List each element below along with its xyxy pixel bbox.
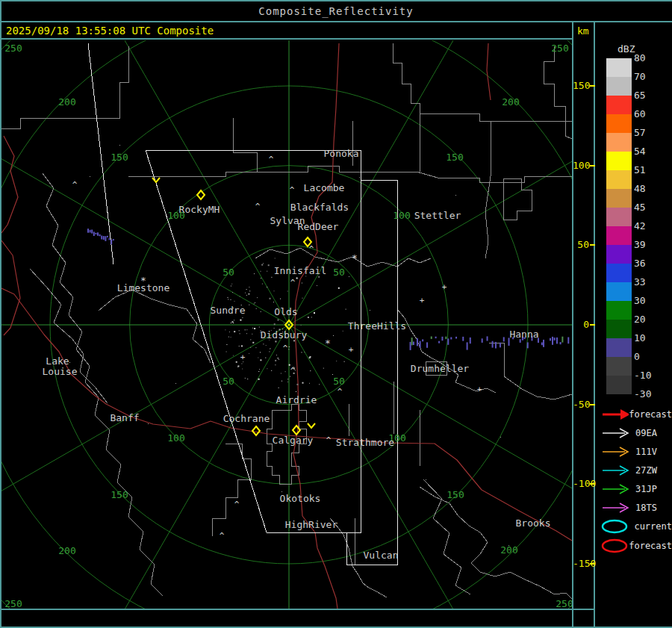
clutter-dot (240, 333, 240, 334)
clutter-dot (285, 371, 286, 372)
clutter-dot (277, 358, 279, 359)
colorbar-swatch (606, 170, 632, 189)
ellipse-shape (603, 540, 626, 552)
echo-dash (101, 236, 102, 240)
side-panel: dBZ 807065605754514845423936333020100-10… (595, 22, 672, 609)
echo-dash (503, 337, 505, 341)
plus-symbol: + (477, 385, 482, 394)
city-label: Banff (110, 412, 139, 423)
clutter-dot (254, 303, 255, 304)
colorbar-swatch (606, 96, 632, 114)
clutter-dot (263, 343, 264, 344)
clutter-dot (336, 361, 337, 361)
city-label: Louise (43, 366, 78, 377)
echo-dash (90, 230, 91, 233)
echo-dash (561, 337, 563, 343)
clutter-dot (332, 374, 333, 375)
clutter-dot (225, 329, 225, 330)
city-label: Drumheller (411, 363, 469, 374)
clutter-dot (249, 287, 249, 287)
clutter-dot (302, 352, 302, 352)
legend-arrow-icon (598, 481, 635, 497)
echo-dash (417, 338, 418, 346)
echo-dash (109, 238, 111, 240)
clutter-dot (302, 298, 303, 299)
colorbar-swatch (606, 357, 632, 376)
echo-dash (482, 338, 483, 343)
ring-distance-label: 250 (556, 598, 572, 609)
clutter-dot (455, 195, 456, 196)
clutter-dot (279, 388, 279, 388)
clutter-dot (262, 284, 263, 285)
colorbar-swatch (606, 245, 632, 264)
clutter-dot (252, 342, 254, 343)
clutter-dot (229, 332, 230, 332)
clutter-dot (343, 331, 343, 332)
colorbar-value-label: 57 (634, 127, 667, 139)
clutter-dot (281, 373, 281, 374)
clutter-dot (237, 365, 239, 367)
echo-dash (435, 337, 437, 338)
legend-item: 111V (598, 442, 672, 461)
echo-dash (87, 228, 89, 233)
clutter-dot (274, 328, 275, 329)
clutter-dot (426, 479, 426, 480)
city-label: Cochrane (223, 413, 270, 424)
colorbar-value-label: 39 (634, 239, 667, 251)
echo-dash (492, 341, 494, 348)
ring-distance-label: 150 (111, 489, 128, 500)
clutter-dot (265, 358, 266, 358)
colorbar-value-label: 10 (634, 332, 667, 344)
ring-distance-label: 50 (223, 376, 234, 387)
colorbar-title: dBZ (617, 43, 635, 55)
clutter-dot (239, 346, 240, 346)
city-label: Sundre (211, 305, 246, 316)
clutter-dot (318, 276, 320, 278)
clutter-dot (234, 301, 235, 302)
echo-dash (541, 343, 543, 346)
peak-caret-symbol: ^ (220, 531, 225, 541)
clutter-dot (333, 335, 334, 336)
clutter-dot (280, 299, 281, 299)
legend-item-label: 31JP (635, 484, 657, 494)
storm-v-marker (152, 178, 160, 182)
ring-distance-label: 250 (551, 43, 568, 54)
legend-item-label: forecast (629, 409, 672, 420)
colorbar-swatch (606, 58, 632, 77)
clutter-dot (289, 346, 290, 347)
clutter-dot (249, 353, 249, 354)
city-label: Lake (46, 355, 69, 367)
coverage-polygon-b (346, 180, 397, 565)
y-axis-tick-label: -150 (573, 558, 589, 569)
clutter-dot (301, 325, 302, 326)
echo-dash (487, 336, 488, 341)
clutter-dot (273, 302, 274, 302)
legend-item-label: 18TS (635, 503, 657, 513)
echo-dash (495, 342, 497, 349)
highway-line (1, 240, 20, 335)
echo-dash (527, 342, 529, 348)
clutter-dot (267, 287, 267, 287)
echo-dash (447, 338, 449, 344)
clutter-dot (310, 356, 311, 358)
legend-arrow-icon (598, 444, 635, 460)
boundary-line (393, 43, 572, 121)
clutter-dot (234, 320, 234, 320)
clutter-dot (359, 177, 360, 178)
clutter-dot (338, 287, 340, 289)
city-label: Blackfalds (290, 202, 349, 213)
clutter-dot (296, 391, 296, 392)
peak-caret-symbol: ^ (255, 202, 261, 211)
city-label: Innisfail (274, 265, 326, 276)
ring-distance-label: 100 (393, 210, 410, 221)
y-axis-tick (590, 324, 595, 326)
boundary-line (255, 248, 431, 267)
y-axis-tick-label: 50 (573, 239, 589, 250)
echo-dash (93, 231, 95, 236)
x-axis: km -150-100-50050100150 (0, 610, 672, 627)
colorbar-value-label: 70 (634, 71, 667, 83)
clutter-dot (281, 491, 282, 492)
radar-map[interactable]: 5050505010010010010015015015015020020020… (1, 40, 572, 609)
clutter-dot (258, 358, 258, 358)
colorbar-value-label: 30 (634, 295, 667, 307)
